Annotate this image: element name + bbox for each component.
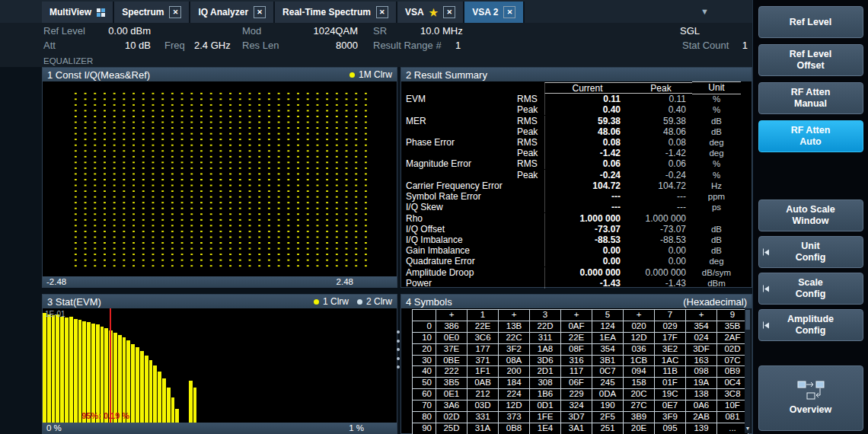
symbol-cell: 245 [592, 378, 623, 388]
metric-name: I/Q Offset [401, 224, 517, 235]
symbols-scrollbar[interactable]: ▼ [745, 308, 751, 433]
window-evm-statistics-header[interactable]: 3 Stat(EVM) 1 Clrw 2 Clrw [43, 295, 397, 308]
symbol-cell: 1AC [655, 356, 685, 366]
symbol-cell: 0B8 [499, 423, 529, 434]
softkey-scale-config[interactable]: Scale Config [758, 273, 863, 305]
window-result-summary-title: 2 Result Summary [406, 69, 487, 81]
softkey-label: Ref Level [790, 17, 832, 28]
symbols-table: +1+3+5+7+9038622E13B22D0AF12402002935435… [412, 309, 748, 434]
metric-current-value: -73.07 [544, 224, 630, 235]
softkey-amplitude-config[interactable]: Amplitude Config [758, 309, 863, 341]
metric-unit: deg [692, 257, 741, 266]
softkey-ref-level[interactable]: Ref Level [758, 6, 863, 38]
symbol-cell: 01F [655, 378, 685, 388]
tab-close-icon[interactable]: ✕ [169, 6, 181, 18]
tab-iq-analyzer[interactable]: IQ Analyzer✕ [190, 2, 275, 23]
symbol-cell: 138 [686, 389, 716, 400]
symbol-cell: 1E4 [530, 423, 560, 434]
metric-unit: dB [692, 246, 741, 255]
tab-close-icon[interactable]: ✕ [376, 6, 388, 18]
metric-name: I/Q Skew [401, 202, 517, 212]
overview-button[interactable]: Overview [758, 365, 863, 431]
result-summary-row: MERRMS59.3859.38dB [401, 115, 752, 126]
symbol-cell: 0D1 [530, 400, 560, 411]
metric-peak-value: --- [630, 191, 692, 202]
softkey-rf-atten-manual[interactable]: RF Atten Manual [758, 82, 863, 114]
symbol-cell: 35B [717, 321, 748, 332]
metric-current-value: 104.72 [544, 180, 630, 191]
softkey-auto-scale-window[interactable]: Auto Scale Window [758, 199, 863, 231]
softkey-label: Auto Scale Window [786, 204, 835, 227]
metric-peak-value: -0.24 [630, 170, 692, 180]
symbols-col-header: + [561, 310, 592, 321]
symbol-cell: 02D [436, 412, 467, 423]
res-len-label: Res Len [242, 40, 279, 52]
symbol-cell: 094 [624, 366, 654, 377]
histogram-bar [104, 328, 108, 423]
metric-name: Amplitude Droop [401, 267, 517, 278]
metric-unit: dB [692, 116, 741, 126]
histogram-bar [145, 356, 148, 423]
symbols-format-label: (Hexadecimal) [683, 296, 747, 308]
softkey-ref-level-offset[interactable]: Ref Level Offset [758, 44, 863, 76]
window-symbols-title: 4 Symbols [406, 296, 452, 308]
histogram-bar [56, 314, 59, 423]
histogram-bar [149, 360, 153, 423]
metric-current-value: 0.00 [544, 245, 630, 256]
symbol-cell: 3E2 [655, 344, 685, 355]
metric-peak-value: 1.000 000 [630, 213, 692, 224]
histogram-bar [162, 378, 166, 423]
symbol-cell: 22C [499, 333, 529, 343]
metric-unit: dB [692, 235, 741, 244]
softkey-unit-config[interactable]: Unit Config [758, 236, 863, 268]
symbols-row-index: 60 [413, 389, 436, 400]
metric-current-value: 0.06 [544, 158, 630, 169]
metric-qualifier: RMS [517, 137, 544, 148]
tab-close-icon[interactable]: ✕ [503, 6, 515, 18]
symbol-cell: 190 [592, 400, 623, 411]
tab-vsa-2[interactable]: VSA 2✕ [464, 2, 525, 23]
metric-unit: dBm [692, 279, 741, 288]
symbol-cell: 354 [686, 321, 716, 332]
submenu-arrow-icon [763, 286, 770, 292]
symbol-cell: 27C [624, 400, 654, 411]
tab-close-icon[interactable]: ✕ [443, 6, 455, 18]
window-symbols-header[interactable]: 4 Symbols (Hexadecimal) [401, 295, 752, 308]
softkey-label: RF Atten Auto [791, 125, 831, 148]
symbols-row-index: 40 [413, 366, 436, 377]
histogram-bar [153, 365, 157, 423]
histogram-bar [136, 347, 139, 423]
tab-overflow-arrow[interactable]: ▼ [700, 7, 709, 16]
metric-unit: % [692, 94, 741, 104]
window-result-summary-header[interactable]: 2 Result Summary [401, 68, 752, 81]
histogram-bar [158, 372, 161, 423]
tab-vsa[interactable]: VSA★✕ [397, 2, 464, 23]
metric-peak-value: --- [630, 202, 692, 212]
symbol-cell: 1F1 [468, 366, 498, 377]
tab-multiview[interactable]: MultiView [42, 2, 114, 23]
symbol-cell: 373 [499, 412, 529, 423]
pane-splitter-handle[interactable] [395, 327, 400, 372]
symbols-row-index: 50 [413, 378, 436, 388]
symbol-cell: 3B5 [436, 378, 467, 388]
metric-qualifier: Peak [517, 104, 544, 115]
symbols-col-header: 3 [530, 310, 560, 321]
symbol-cell: 08F [561, 344, 592, 355]
symbols-col-header: + [686, 310, 716, 321]
histogram-bar [131, 344, 135, 423]
trace1-color-dot-icon [314, 299, 319, 305]
tab-real-time-spectrum[interactable]: Real-Time Spectrum✕ [275, 2, 397, 23]
scroll-down-icon[interactable]: ▼ [745, 424, 751, 432]
tab-spectrum[interactable]: Spectrum✕ [114, 2, 190, 23]
softkey-label: Ref Level Offset [790, 49, 832, 72]
scrollbar-thumb[interactable] [745, 310, 750, 330]
symbol-cell: 1FE [530, 412, 560, 423]
symbol-cell: 13B [499, 321, 529, 332]
window-constellation-header[interactable]: 1 Const I/Q(Meas&Ref) 1M Clrw [43, 68, 397, 81]
metric-current-value: --- [544, 202, 630, 212]
trace2-legend-label: 2 Clrw [366, 296, 392, 307]
tab-strip: MultiViewSpectrum✕IQ Analyzer✕Real-Time … [42, 2, 525, 23]
softkey-rf-atten-auto[interactable]: RF Atten Auto [758, 120, 863, 152]
symbol-cell: 212 [468, 389, 498, 400]
tab-close-icon[interactable]: ✕ [254, 6, 266, 18]
